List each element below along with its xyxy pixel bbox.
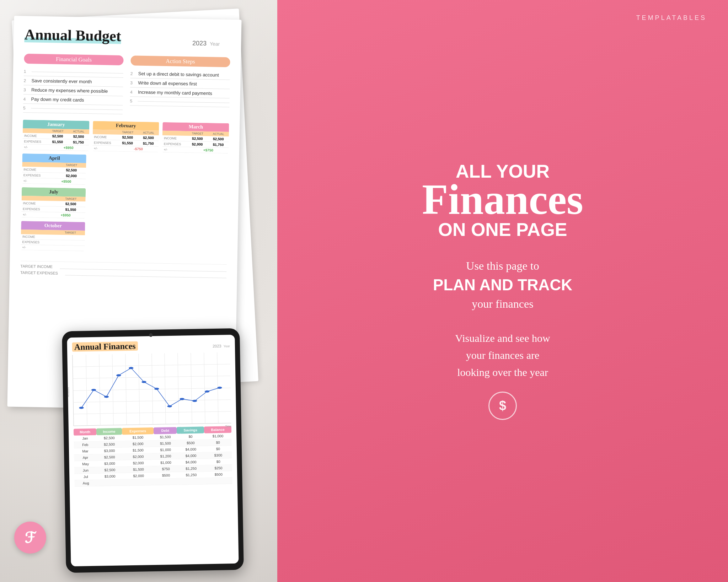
right-content: TEMPLATABLES ALL YOUR Finances ON ONE PA… bbox=[422, 162, 583, 420]
cell-month: Jun bbox=[74, 467, 97, 474]
months-row-1: January TARGET ACTUAL INCOME $2,500 $2,5… bbox=[22, 120, 229, 153]
af-year: 2023 Year bbox=[213, 344, 230, 348]
cell-expenses: $2,000 bbox=[123, 472, 155, 479]
month-july: July TARGET INCOME $2,500 EXPENSES $1,55… bbox=[21, 187, 86, 219]
months-row-3: July TARGET INCOME $2,500 EXPENSES $1,55… bbox=[21, 187, 228, 221]
use-page-text: Use this page to PLAN AND TRACK your fin… bbox=[433, 258, 572, 312]
cell-savings: $4,000 bbox=[177, 459, 205, 465]
svg-point-8 bbox=[180, 398, 184, 400]
cell-income: $2,500 bbox=[97, 454, 122, 460]
cell-month: Aug bbox=[74, 480, 97, 486]
svg-point-11 bbox=[217, 387, 222, 389]
cell-expenses: $2,000 bbox=[122, 459, 154, 467]
action-5: 5 bbox=[130, 97, 229, 107]
cell-savings: $1,250 bbox=[177, 465, 205, 472]
month-october: October TARGET INCOME EXPENSES +/- bbox=[21, 221, 85, 251]
cell-expenses bbox=[123, 479, 155, 486]
chart-area: Amount Time bbox=[72, 352, 231, 426]
chart-svg bbox=[73, 352, 231, 426]
cell-debt: $1,000 bbox=[154, 459, 177, 466]
cell-balance: $0 bbox=[204, 446, 232, 452]
svg-point-9 bbox=[192, 400, 197, 402]
cell-income: $2,500 bbox=[97, 467, 123, 473]
budget-title: Annual Budget bbox=[24, 26, 121, 45]
bottom-targets: TARGET INCOME TARGET EXPENSES bbox=[20, 261, 227, 278]
headline-finances: Finances bbox=[422, 180, 583, 219]
cell-debt bbox=[155, 478, 178, 485]
cell-income bbox=[97, 479, 123, 486]
svg-point-4 bbox=[129, 367, 133, 369]
cell-month: Jul bbox=[74, 473, 97, 480]
cell-month: Apr bbox=[74, 454, 97, 461]
cell-expenses: $1,500 bbox=[123, 466, 155, 473]
cell-savings: $1,250 bbox=[177, 471, 205, 478]
cell-expenses: $2,000 bbox=[122, 453, 154, 460]
cell-debt: $750 bbox=[154, 465, 177, 472]
dollar-circle: $ bbox=[488, 392, 517, 420]
plan-track-text: PLAN AND TRACK bbox=[433, 274, 572, 296]
cell-debt: $1,000 bbox=[154, 446, 177, 453]
cell-debt: $1,500 bbox=[154, 440, 177, 447]
cell-balance: $0 bbox=[205, 458, 232, 465]
cell-savings bbox=[178, 478, 205, 485]
cell-expenses: $2,000 bbox=[122, 440, 154, 447]
cell-income: $3,000 bbox=[97, 473, 123, 480]
svg-point-3 bbox=[116, 374, 121, 376]
cell-debt: $500 bbox=[154, 472, 177, 479]
tablet-outer: Annual Finances 2023 Year bbox=[62, 328, 244, 573]
tablet-screen: Annual Finances 2023 Year bbox=[67, 335, 239, 566]
cell-balance: $500 bbox=[205, 471, 232, 478]
action-steps-badge: Action Steps bbox=[130, 55, 230, 67]
cell-savings: $500 bbox=[177, 440, 204, 446]
cell-income: $3,000 bbox=[97, 447, 122, 454]
right-panel: TEMPLATABLES ALL YOUR Finances ON ONE PA… bbox=[277, 0, 728, 582]
cell-savings: $4,000 bbox=[177, 452, 204, 459]
cell-income: $2,500 bbox=[96, 435, 122, 442]
af-title: Annual Finances bbox=[72, 341, 138, 352]
svg-point-10 bbox=[205, 390, 209, 393]
cell-month: Jan bbox=[74, 435, 96, 442]
svg-point-0 bbox=[79, 407, 84, 409]
tablet-camera bbox=[149, 333, 152, 337]
cell-savings: $4,000 bbox=[177, 446, 204, 453]
cell-month: Mar bbox=[74, 448, 97, 454]
logo-circle: ℱ bbox=[14, 522, 46, 554]
tablet: Annual Finances 2023 Year bbox=[62, 328, 244, 573]
cell-expenses: $1,500 bbox=[122, 447, 154, 454]
cell-expenses: $1,500 bbox=[122, 434, 154, 441]
cell-debt: $1,200 bbox=[154, 453, 177, 459]
cell-month: May bbox=[74, 460, 97, 467]
cell-income: $2,500 bbox=[97, 441, 122, 448]
year-label: 2023 Year bbox=[192, 39, 220, 47]
brand-name: TEMPLATABLES bbox=[636, 14, 707, 22]
month-february: February TARGET ACTUAL INCOME $2,500 $2,… bbox=[92, 121, 159, 152]
headline-on-one-page: ON ONE PAGE bbox=[438, 219, 567, 240]
cell-income: $3,000 bbox=[97, 460, 123, 467]
months-row-2: April TARGET INCOME $2,500 EXPENSES $2,0… bbox=[22, 153, 228, 187]
cell-month: Feb bbox=[74, 441, 97, 448]
visualize-text: Visualize and see howyour finances arelo… bbox=[455, 330, 550, 381]
cell-balance: $300 bbox=[204, 452, 232, 459]
months-row-4: October TARGET INCOME EXPENSES +/- bbox=[21, 221, 227, 254]
chart-amount-label: Amount bbox=[67, 387, 70, 397]
left-panel: Annual Budget 2023 Year Financial Goals … bbox=[0, 0, 277, 582]
cell-balance: $1,000 bbox=[204, 433, 231, 440]
month-april: April TARGET INCOME $2,500 EXPENSES $2,0… bbox=[22, 153, 86, 185]
goal-5: 5 bbox=[23, 104, 123, 114]
financial-goals-badge: Financial Goals bbox=[24, 54, 123, 65]
cell-balance: $250 bbox=[205, 465, 232, 471]
svg-point-7 bbox=[167, 405, 172, 407]
cell-debt: $1,500 bbox=[154, 434, 177, 441]
financial-goals-col: Financial Goals 1 2Save consistently eve… bbox=[23, 54, 124, 114]
monthly-grid: January TARGET ACTUAL INCOME $2,500 $2,5… bbox=[20, 120, 229, 278]
cell-savings: $0 bbox=[177, 433, 204, 440]
cell-balance: $0 bbox=[204, 439, 232, 446]
finance-table: Month Income Expenses Debt Savings Balan… bbox=[74, 426, 232, 487]
action-steps-col: Action Steps 2Set up a direct debit to s… bbox=[130, 55, 230, 116]
month-january: January TARGET ACTUAL INCOME $2,500 $2,5… bbox=[22, 120, 89, 151]
cell-balance bbox=[205, 478, 232, 484]
month-march: March TARGET ACTUAL INCOME $2,500 $2,500… bbox=[162, 122, 229, 153]
chart-time-label: Time bbox=[225, 425, 231, 428]
